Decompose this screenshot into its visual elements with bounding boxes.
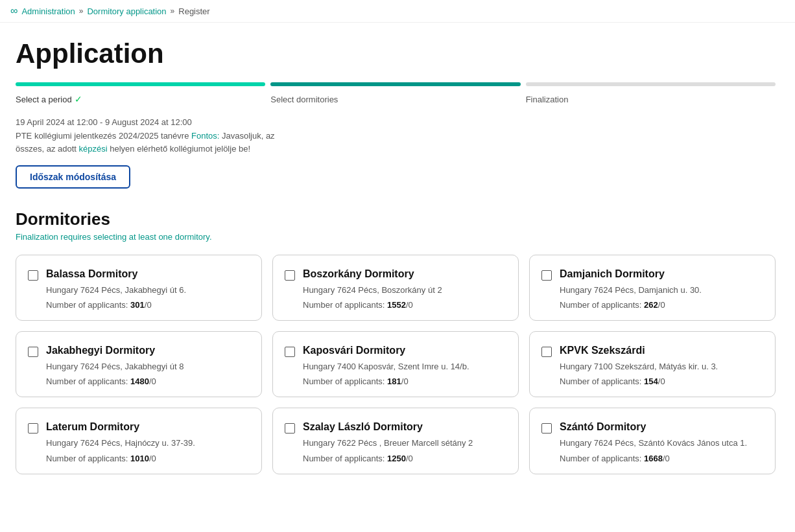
dormitory-name: Szalay László Dormitory bbox=[303, 421, 423, 433]
dormitory-checkbox-1[interactable] bbox=[285, 270, 295, 281]
dormitory-checkbox-0[interactable] bbox=[28, 270, 38, 281]
dormitory-applicants: Number of applicants: 1552/0 bbox=[285, 300, 506, 310]
step-bar-1 bbox=[16, 82, 265, 86]
card-header: Boszorkány Dormitory bbox=[285, 268, 506, 281]
dormitory-name: Damjanich Dormitory bbox=[560, 268, 665, 280]
applicants-count: 262 bbox=[644, 300, 658, 310]
dormitory-address: Hungary 7400 Kaposvár, Szent Imre u. 14/… bbox=[285, 361, 506, 373]
card-header: Damjanich Dormitory bbox=[541, 268, 763, 281]
steps-progress bbox=[16, 82, 776, 86]
period-note: PTE kollégiumi jelentkezés 2024/2025 tan… bbox=[16, 130, 275, 155]
applicants-count: 1010 bbox=[130, 454, 149, 463]
dormitory-checkbox-5[interactable] bbox=[541, 347, 552, 357]
dormitory-address: Hungary 7624 Pécs, Boszorkány út 2 bbox=[285, 284, 506, 296]
dormitory-applicants: Number of applicants: 1010/0 bbox=[28, 454, 250, 463]
dormitory-name: Szántó Dormitory bbox=[560, 421, 646, 433]
dormitory-applicants: Number of applicants: 301/0 bbox=[28, 300, 250, 310]
dormitory-card: KPVK Szekszárdi Hungary 7100 Szekszárd, … bbox=[529, 331, 776, 397]
dormitory-name: Laterum Dormitory bbox=[46, 421, 139, 433]
dormitory-applicants: Number of applicants: 1250/0 bbox=[285, 454, 506, 463]
step-bar-3 bbox=[526, 82, 776, 86]
dormitory-name: KPVK Szekszárdi bbox=[560, 345, 645, 356]
breadcrumb-dormitory-link[interactable]: Dormitory application bbox=[87, 6, 166, 16]
card-header: KPVK Szekszárdi bbox=[541, 345, 763, 357]
dormitory-applicants: Number of applicants: 1668/0 bbox=[541, 454, 763, 463]
home-icon: ∞ bbox=[10, 5, 18, 17]
breadcrumb: ∞ Administration » Dormitory application… bbox=[0, 0, 795, 23]
applicants-count: 301 bbox=[130, 300, 145, 310]
dormitory-name: Kaposvári Dormitory bbox=[303, 345, 405, 356]
dormitory-card: Laterum Dormitory Hungary 7624 Pécs, Haj… bbox=[16, 408, 262, 474]
dormitory-checkbox-7[interactable] bbox=[285, 423, 295, 434]
dormitory-applicants: Number of applicants: 181/0 bbox=[285, 376, 506, 386]
card-header: Laterum Dormitory bbox=[28, 421, 250, 434]
dormitory-name: Jakabhegyi Dormitory bbox=[46, 345, 155, 356]
modify-period-button[interactable]: Időszak módosítása bbox=[16, 165, 130, 189]
card-header: Szalay László Dormitory bbox=[285, 421, 506, 434]
dormitory-address: Hungary 7624 Pécs, Jakabhegyi út 6. bbox=[28, 284, 250, 296]
dormitory-name: Balassa Dormitory bbox=[46, 268, 137, 280]
breadcrumb-admin-link[interactable]: Administration bbox=[21, 6, 75, 16]
dormitory-name: Boszorkány Dormitory bbox=[303, 268, 414, 280]
dormitory-address: Hungary 7624 Pécs, Hajnóczy u. 37-39. bbox=[28, 437, 250, 449]
breadcrumb-sep-2: » bbox=[171, 6, 175, 16]
card-header: Jakabhegyi Dormitory bbox=[28, 345, 250, 357]
card-header: Balassa Dormitory bbox=[28, 268, 250, 281]
period-note-link[interactable]: Fontos: bbox=[191, 131, 219, 141]
breadcrumb-current: Register bbox=[178, 6, 209, 16]
dormitory-address: Hungary 7624 Pécs, Szántó Kovács János u… bbox=[541, 437, 763, 449]
dormitory-card: Balassa Dormitory Hungary 7624 Pécs, Jak… bbox=[16, 255, 262, 321]
applicants-count: 1552 bbox=[387, 300, 406, 310]
applicants-count: 1250 bbox=[387, 454, 406, 463]
dormitory-card: Szalay László Dormitory Hungary 7622 Péc… bbox=[272, 408, 519, 474]
dormitory-address: Hungary 7622 Pécs , Breuer Marcell sétán… bbox=[285, 437, 506, 449]
applicants-count: 181 bbox=[387, 376, 401, 386]
step-1-text: Select a period bbox=[16, 95, 72, 104]
step-3-text: Finalization bbox=[526, 95, 569, 104]
dormitory-address: Hungary 7100 Szekszárd, Mátyás kir. u. 3… bbox=[541, 361, 763, 373]
period-note-link2[interactable]: képzési bbox=[79, 144, 108, 154]
dormitory-card: Kaposvári Dormitory Hungary 7400 Kaposvá… bbox=[272, 331, 519, 397]
dormitories-title: Dormitories bbox=[16, 209, 776, 229]
dormitory-applicants: Number of applicants: 154/0 bbox=[541, 376, 763, 386]
dormitory-checkbox-6[interactable] bbox=[28, 423, 38, 434]
dormitory-card: Damjanich Dormitory Hungary 7624 Pécs, D… bbox=[529, 255, 776, 321]
dormitory-checkbox-8[interactable] bbox=[541, 423, 552, 434]
main-content: Application Select a period ✓ Select dor… bbox=[0, 23, 791, 500]
dormitory-grid: Balassa Dormitory Hungary 7624 Pécs, Jak… bbox=[16, 255, 776, 474]
step-2-text: Select dormitories bbox=[270, 95, 338, 104]
step-label-2: Select dormitories bbox=[270, 94, 520, 104]
step-label-1: Select a period ✓ bbox=[16, 94, 265, 104]
step-label-3: Finalization bbox=[526, 94, 776, 104]
card-header: Szántó Dormitory bbox=[541, 421, 763, 434]
applicants-count: 1480 bbox=[130, 376, 149, 386]
dormitories-note: Finalization requires selecting at least… bbox=[16, 232, 776, 242]
steps-labels: Select a period ✓ Select dormitories Fin… bbox=[16, 94, 776, 104]
applicants-count: 154 bbox=[644, 376, 658, 386]
dormitory-checkbox-4[interactable] bbox=[285, 347, 295, 357]
dormitory-card: Boszorkány Dormitory Hungary 7624 Pécs, … bbox=[272, 255, 519, 321]
dormitory-card: Jakabhegyi Dormitory Hungary 7624 Pécs, … bbox=[16, 331, 262, 397]
dormitory-card: Szántó Dormitory Hungary 7624 Pécs, Szán… bbox=[529, 408, 776, 474]
card-header: Kaposvári Dormitory bbox=[285, 345, 506, 357]
period-date-range: 19 April 2024 at 12:00 - 9 August 2024 a… bbox=[16, 117, 776, 127]
step-bar-2 bbox=[270, 82, 520, 86]
dormitory-applicants: Number of applicants: 262/0 bbox=[541, 300, 763, 310]
breadcrumb-sep-1: » bbox=[79, 6, 84, 16]
step-1-check: ✓ bbox=[75, 94, 82, 104]
dormitory-address: Hungary 7624 Pécs, Damjanich u. 30. bbox=[541, 284, 763, 296]
dormitory-checkbox-2[interactable] bbox=[541, 270, 552, 281]
dormitory-checkbox-3[interactable] bbox=[28, 347, 38, 357]
dormitory-applicants: Number of applicants: 1480/0 bbox=[28, 376, 250, 386]
dormitory-address: Hungary 7624 Pécs, Jakabhegyi út 8 bbox=[28, 361, 250, 373]
page-title: Application bbox=[16, 38, 776, 69]
applicants-count: 1668 bbox=[644, 454, 663, 463]
